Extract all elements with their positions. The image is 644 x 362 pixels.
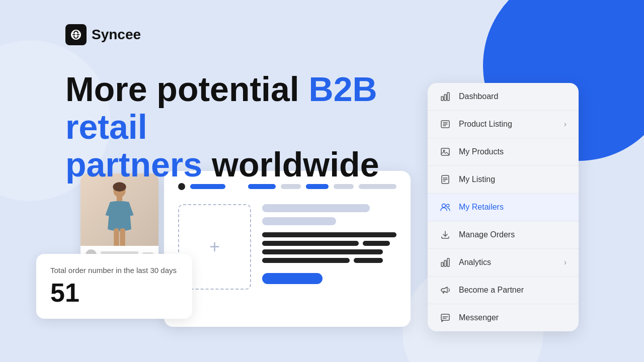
panel-action-button[interactable] — [262, 273, 323, 284]
person-silhouette — [101, 182, 138, 256]
text-line-4-row — [262, 258, 396, 263]
nav-item-my-listing[interactable]: My Listing — [428, 166, 579, 194]
svg-point-13 — [443, 150, 445, 152]
headline-partners: partners — [65, 145, 202, 184]
panel-right — [262, 204, 396, 290]
nav-label-my-products: My Products — [459, 147, 567, 156]
text-line-2-row — [262, 241, 396, 246]
nav-card: Dashboard Product Listing › My Products — [428, 83, 579, 331]
svg-rect-7 — [447, 93, 449, 101]
brand-name: Syncee — [92, 27, 141, 43]
nav-item-my-retailers[interactable]: My Retailers — [428, 194, 579, 221]
svg-rect-5 — [441, 97, 443, 101]
headline-worldwide: worldwide — [202, 145, 379, 184]
svg-rect-23 — [441, 314, 449, 320]
panel-body: + — [178, 204, 396, 290]
nav-label-my-listing: My Listing — [459, 175, 567, 184]
headline: More potential B2B retail partners world… — [65, 70, 408, 183]
text-line-2b — [363, 241, 389, 246]
chevron-right-icon: › — [564, 120, 567, 129]
nav-label-dashboard: Dashboard — [459, 92, 567, 101]
nav-label-analytics: Analytics — [459, 258, 556, 267]
plus-icon: + — [209, 236, 220, 257]
chart-bar-icon — [440, 91, 451, 102]
analytics-icon — [440, 257, 451, 268]
panel-top-row — [178, 183, 396, 190]
users-icon — [440, 202, 451, 213]
panel-text-group — [262, 232, 396, 263]
logo-area: Syncee — [65, 24, 141, 45]
svg-rect-20 — [441, 262, 443, 266]
product-image-card — [80, 173, 158, 264]
svg-point-1 — [113, 182, 126, 192]
panel-field-1 — [262, 204, 370, 212]
download-icon — [440, 229, 451, 240]
text-line-2a — [262, 241, 359, 246]
chevron-right-icon-analytics: › — [564, 258, 567, 267]
nav-label-my-retailers: My Retailers — [459, 203, 567, 212]
nav-item-manage-orders[interactable]: Manage Orders — [428, 221, 579, 249]
nav-item-messenger[interactable]: Messenger — [428, 304, 579, 331]
svg-rect-21 — [444, 260, 446, 266]
svg-rect-2 — [117, 196, 122, 201]
text-line-4a — [262, 258, 350, 263]
panel-bar-1 — [248, 184, 276, 189]
stats-label: Total order number in the last 30 days — [50, 265, 178, 276]
megaphone-icon — [440, 285, 451, 296]
text-line-1 — [262, 232, 396, 237]
text-line-4b — [354, 258, 383, 263]
svg-rect-6 — [444, 95, 446, 101]
panel-bar-5 — [359, 184, 396, 189]
panel-dot — [178, 183, 185, 190]
logo-icon — [65, 24, 87, 45]
svg-rect-12 — [441, 148, 449, 155]
list-icon — [440, 119, 451, 130]
image-icon — [440, 146, 451, 157]
nav-label-messenger: Messenger — [459, 313, 567, 322]
ui-panel: + — [164, 171, 411, 327]
panel-bar-4 — [334, 184, 354, 189]
stats-card: Total order number in the last 30 days 5… — [36, 254, 192, 319]
nav-label-product-listing: Product Listing — [459, 120, 556, 129]
panel-bar-2 — [281, 184, 301, 189]
nav-item-dashboard[interactable]: Dashboard — [428, 83, 579, 111]
nav-item-analytics[interactable]: Analytics › — [428, 249, 579, 277]
nav-item-product-listing[interactable]: Product Listing › — [428, 111, 579, 138]
nav-label-manage-orders: Manage Orders — [459, 230, 567, 239]
text-line-3 — [262, 249, 383, 254]
panel-field-2 — [262, 217, 336, 225]
nav-item-become-partner[interactable]: Become a Partner — [428, 277, 579, 304]
nav-item-my-products[interactable]: My Products — [428, 138, 579, 166]
message-icon — [440, 312, 451, 323]
stats-value: 51 — [50, 280, 178, 306]
headline-more: More potential — [65, 70, 309, 108]
svg-point-18 — [442, 204, 446, 208]
panel-bar-blue — [190, 184, 225, 189]
doc-icon — [440, 174, 451, 185]
svg-rect-22 — [447, 258, 449, 266]
panel-bar-3 — [306, 184, 329, 189]
nav-label-become-partner: Become a Partner — [459, 286, 567, 295]
svg-point-19 — [446, 204, 449, 207]
